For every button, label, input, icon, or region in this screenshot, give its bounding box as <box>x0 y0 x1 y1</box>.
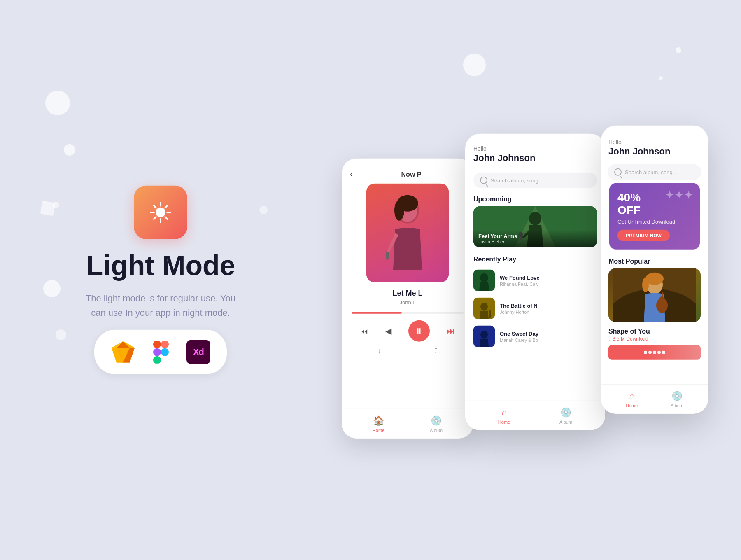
waveform-dot-5 <box>662 350 665 354</box>
xd-tool: Xd <box>186 340 210 364</box>
recently-play-title: Recently Play <box>465 252 605 266</box>
search-placeholder: Search album, song... <box>491 177 543 183</box>
track-artist-1: Rihanna Feat. Calvi <box>500 281 540 286</box>
track-item-1[interactable]: We Found Love Rihanna Feat. Calvi <box>473 266 597 294</box>
nav-home-phone1[interactable]: 🏠 Home <box>373 415 384 432</box>
progress-bar[interactable] <box>352 312 464 314</box>
waveform-dot-2 <box>648 350 652 354</box>
track-info-1: We Found Love Rihanna Feat. Calvi <box>500 274 540 286</box>
extra-controls: ↓ ⤴ <box>342 345 473 357</box>
svg-point-33 <box>480 303 488 311</box>
home-icon: 🏠 <box>373 415 384 426</box>
search-icon <box>480 177 487 184</box>
svg-rect-19 <box>161 348 169 356</box>
deco-circle-2 <box>64 144 75 156</box>
track-item-3[interactable]: One Sweet Day Mariah Carey & Bo <box>473 322 597 350</box>
home-label: Home <box>373 427 384 432</box>
track-artist-3: Mariah Carey & Bo <box>500 337 538 342</box>
track-name-1: We Found Love <box>500 274 540 280</box>
deco-circle-1 <box>45 91 70 115</box>
prev-button[interactable]: ⏮ <box>360 326 368 336</box>
bottom-nav-phone1: 🏠 Home 💿 Album <box>342 409 473 439</box>
track-name-3: One Sweet Day <box>500 330 538 336</box>
track-info-2: The Battle of N Johnny Horton <box>500 302 538 314</box>
track-list: We Found Love Rihanna Feat. Calvi T <box>465 266 605 350</box>
nav-home-phone2[interactable]: ⌂ Home <box>498 407 510 424</box>
download-button[interactable]: ↓ <box>378 347 382 355</box>
detail-username: John Johnson <box>608 146 701 157</box>
greeting-text: Hello <box>473 145 597 152</box>
svg-point-31 <box>480 273 488 282</box>
share-button[interactable]: ⤴ <box>434 347 438 355</box>
deco-circle-5 <box>56 329 66 340</box>
track-item-2[interactable]: The Battle of N Johnny Horton <box>473 294 597 322</box>
upcoming-card[interactable]: Feel Your Arms Justin Bieber <box>473 206 597 247</box>
skip-fwd-button[interactable]: ⏭ <box>447 326 455 336</box>
svg-point-24 <box>394 200 404 221</box>
popular-downloads: ↓ 3.5 M Download <box>608 336 701 341</box>
bottom-nav-phone2: ⌂ Home 💿 Album <box>465 401 605 430</box>
np-header: ‹ Now P <box>342 159 473 184</box>
off-text: OFF <box>618 204 675 217</box>
premium-button[interactable]: PREMIUM NOW <box>618 229 670 241</box>
deco-circle-8 <box>659 76 663 80</box>
svg-point-0 <box>156 208 165 217</box>
app-icon <box>134 186 187 239</box>
track-1-art <box>473 270 495 291</box>
upcoming-title: Upcomming <box>465 192 605 206</box>
svg-rect-18 <box>153 348 161 356</box>
popular-info: Shape of You ↓ 3.5 M Download <box>601 325 708 341</box>
waveform-dot-3 <box>653 350 656 354</box>
nav-album-phone3[interactable]: 💿 Album <box>671 390 683 408</box>
play-pause-button[interactable]: ⏸ <box>408 320 430 342</box>
svg-line-6 <box>165 217 168 219</box>
upcoming-overlay: Feel Your Arms Justin Bieber <box>473 230 597 247</box>
premium-banner[interactable]: 40% OFF Get Unlimited Download PREMIUM N… <box>609 183 700 250</box>
home-header: Hello John Johnson <box>465 134 605 168</box>
xd-label: Xd <box>193 347 204 357</box>
skip-back-button[interactable]: ◀ <box>385 326 391 336</box>
detail-search[interactable]: Search album, song... <box>608 164 701 180</box>
search-bar[interactable]: Search album, song... <box>473 173 597 188</box>
phone-home: Hello John Johnson Search album, song...… <box>465 134 605 430</box>
waveform-bar[interactable] <box>608 345 701 359</box>
nav-home-phone3[interactable]: ⌂ Home <box>626 390 638 408</box>
album-label: Album <box>430 427 443 432</box>
popular-song-title: Shape of You <box>608 327 701 335</box>
album-icon-2: 💿 <box>560 407 571 418</box>
detail-greeting: Hello <box>608 139 701 145</box>
track-2-art <box>473 298 495 319</box>
upcoming-song-artist: Justin Bieber <box>478 239 592 244</box>
svg-rect-20 <box>153 356 161 364</box>
back-button[interactable]: ‹ <box>350 170 352 179</box>
left-section: Light Mode The light mode is for regular… <box>82 186 239 374</box>
album-label-3: Album <box>671 403 683 408</box>
figma-tool <box>149 340 173 364</box>
download-arrow-icon: ↓ <box>608 336 611 341</box>
svg-rect-16 <box>153 341 161 348</box>
sun-icon <box>148 200 173 225</box>
home-icon-2: ⌂ <box>501 407 507 418</box>
phones-container: ‹ Now P <box>342 134 708 439</box>
popular-artist-art <box>613 268 696 322</box>
song-title: Let Me L <box>342 289 473 298</box>
home-icon-3: ⌂ <box>629 390 634 401</box>
track-thumb-3 <box>473 326 495 347</box>
home-label-3: Home <box>626 403 638 408</box>
deco-circle-4 <box>43 280 61 297</box>
main-title: Light Mode <box>86 249 235 281</box>
nav-album-phone2[interactable]: 💿 Album <box>559 407 572 424</box>
svg-rect-34 <box>489 310 491 318</box>
deco-circle-9 <box>259 206 268 214</box>
sketch-icon <box>112 341 135 363</box>
upcoming-song-title: Feel Your Arms <box>478 233 592 239</box>
nav-album-phone1[interactable]: 💿 Album <box>430 415 443 432</box>
figma-icon <box>153 341 169 364</box>
playback-controls: ⏮ ◀ ⏸ ⏭ <box>342 317 473 345</box>
deco-circle-7 <box>676 47 681 53</box>
phone-now-playing: ‹ Now P <box>342 159 473 439</box>
stars-deco: ✦✦✦ <box>665 188 693 202</box>
play-icon: ⏸ <box>415 326 423 336</box>
bottom-nav-phone3: ⌂ Home 💿 Album <box>601 384 708 414</box>
popular-card[interactable] <box>608 268 701 322</box>
